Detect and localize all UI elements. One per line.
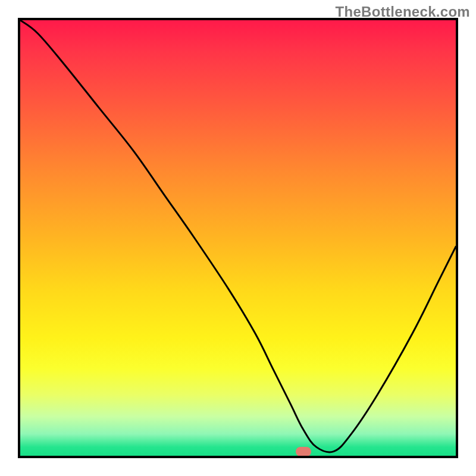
chart-container: TheBottleneck.com [0, 0, 476, 476]
bottleneck-curve [20, 20, 456, 456]
minimum-marker [296, 447, 311, 456]
plot-area [18, 18, 458, 458]
